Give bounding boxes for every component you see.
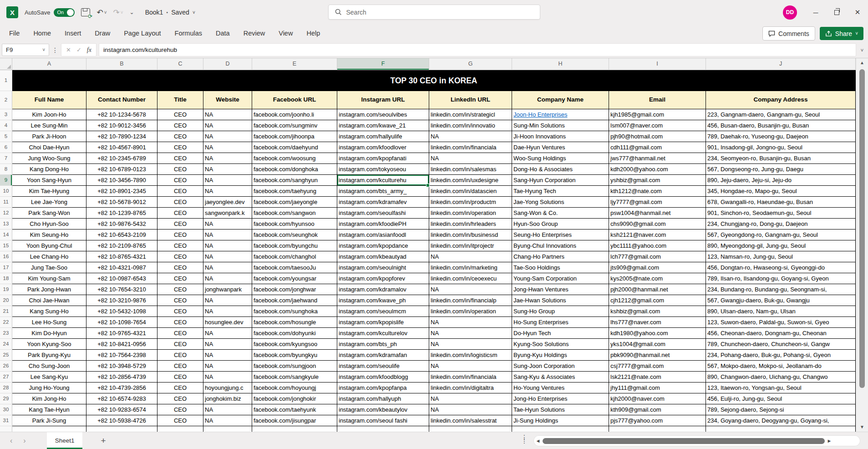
cell-C13[interactable]: CEO <box>157 219 203 230</box>
user-avatar[interactable]: DD <box>783 5 797 20</box>
share-button[interactable]: Share ˅ <box>820 27 863 40</box>
cell-G18[interactable]: linkedin.com/in/ceoexecu <box>429 273 512 284</box>
kebab-icon[interactable]: ⋮ <box>49 46 61 54</box>
cell-C24[interactable]: CEO <box>157 339 203 350</box>
cell-D9[interactable]: NA <box>203 175 252 186</box>
cell-C7[interactable]: CEO <box>157 153 203 164</box>
cell-B3[interactable]: +82 10-1234-5678 <box>86 109 157 120</box>
cell-title-A1[interactable]: TOP 30 CEO in KOREA <box>12 70 856 91</box>
row-header-4[interactable]: 4 <box>0 120 12 131</box>
cell-B27[interactable]: +82 10-2856-4739 <box>86 372 157 383</box>
cell-I10[interactable]: kth1212@nate.com <box>609 186 706 197</box>
cell-C31[interactable]: CEO <box>157 415 203 426</box>
cell-J30[interactable]: 789, Sejong-daero, Sejong-si <box>706 404 856 415</box>
cell-G31[interactable]: linkedin.com/in/salesstrat <box>429 415 512 426</box>
cell-D23[interactable]: NA <box>203 328 252 339</box>
chevron-down-icon[interactable]: ˅ <box>104 10 107 15</box>
cell-H23[interactable]: Do-Hyun Tech <box>512 328 609 339</box>
row-header-30[interactable]: 30 <box>0 404 12 415</box>
cell-E21[interactable]: facebook.com/sunghoka <box>252 306 337 317</box>
cell-A2[interactable]: Full Name <box>12 91 86 109</box>
minimize-button[interactable]: ─ <box>805 0 826 25</box>
cell-I14[interactable]: ksh2121@naver.com <box>609 230 706 240</box>
cell-B19[interactable]: +82 10-7654-3210 <box>86 284 157 295</box>
cell-B13[interactable]: +82 10-9876-5432 <box>86 219 157 230</box>
fill-handle[interactable] <box>426 184 430 187</box>
row-header-8[interactable]: 8 <box>0 164 12 175</box>
cell-H22[interactable]: Ho-Sung Enterprises <box>512 317 609 328</box>
cell-B31[interactable]: +82 10-5938-4726 <box>86 415 157 426</box>
cell-E29[interactable]: facebook.com/jonghokir <box>252 393 337 404</box>
cell-F2[interactable]: Instagram URL <box>337 91 429 109</box>
cell-F8[interactable]: instagram.com/tokyoseou <box>337 164 429 175</box>
cell-J26[interactable]: 567, Mokpo-daero, Mokpo-si, Jeollanam-do <box>706 361 856 372</box>
cell-E22[interactable]: facebook.com/hosungle <box>252 317 337 328</box>
cell-G9[interactable]: linkedin.com/in/uxdesigne <box>429 175 512 186</box>
row-header-6[interactable]: 6 <box>0 142 12 153</box>
cell-G12[interactable]: linkedin.com/in/operation <box>429 208 512 219</box>
cell-H18[interactable]: Young-Sam Corporation <box>512 273 609 284</box>
cell-G25[interactable]: linkedin.com/in/logisticsm <box>429 350 512 361</box>
cell-F29[interactable]: instagram.com/hallyuph <box>337 393 429 404</box>
cell-B8[interactable]: +82 10-6789-0123 <box>86 164 157 175</box>
cell-D31[interactable]: NA <box>203 415 252 426</box>
cell-E25[interactable]: facebook.com/byungkyu <box>252 350 337 361</box>
cell-D13[interactable]: NA <box>203 219 252 230</box>
cell-G14[interactable]: linkedin.com/in/businessd <box>429 230 512 240</box>
cell-B7[interactable]: +82 10-2345-6789 <box>86 153 157 164</box>
cell-B11[interactable]: +82 10-5678-9012 <box>86 197 157 208</box>
scroll-left-icon[interactable]: ◄ <box>533 438 543 444</box>
cell-E28[interactable]: facebook.com/hoyoungj <box>252 383 337 393</box>
cell-C16[interactable]: CEO <box>157 251 203 262</box>
close-button[interactable]: ✕ <box>847 0 868 25</box>
cell-E4[interactable]: facebook.com/sungminv <box>252 120 337 131</box>
cell-C5[interactable]: CEO <box>157 131 203 142</box>
cell-I3[interactable]: kjh1985@gmail.com <box>609 109 706 120</box>
cell-I17[interactable]: jts909@gmail.com <box>609 262 706 273</box>
cell-E32[interactable] <box>252 426 337 432</box>
cell-C6[interactable]: CEO <box>157 142 203 153</box>
cell-I27[interactable]: lsk2121@nate.com <box>609 372 706 383</box>
cell-D2[interactable]: Website <box>203 91 252 109</box>
cell-A8[interactable]: Kang Dong-Ho <box>12 164 86 175</box>
row-header-17[interactable]: 17 <box>0 262 12 273</box>
cell-J9[interactable]: 890, Jeju-daero, Jeju-si, Jeju-do <box>706 175 856 186</box>
cell-G28[interactable]: linkedin.com/in/digitaltra <box>429 383 512 393</box>
cell-J32[interactable] <box>706 426 856 432</box>
cell-H28[interactable]: Ho-Young Ventures <box>512 383 609 393</box>
cell-G26[interactable]: NA <box>429 361 512 372</box>
cell-B21[interactable]: +82 10-5432-1098 <box>86 306 157 317</box>
cell-D10[interactable]: NA <box>203 186 252 197</box>
cell-D22[interactable]: hosunglee.dev <box>203 317 252 328</box>
cell-D32[interactable] <box>203 426 252 432</box>
cell-D26[interactable]: NA <box>203 361 252 372</box>
cell-G8[interactable]: linkedin.com/in/salesmas <box>429 164 512 175</box>
cell-C23[interactable]: CEO <box>157 328 203 339</box>
cell-E19[interactable]: facebook.com/jonghwar <box>252 284 337 295</box>
insert-function-icon[interactable]: fx <box>87 46 91 54</box>
cell-H3[interactable]: Joon-Ho Enterprises <box>512 109 609 120</box>
cell-E15[interactable]: facebook.com/byungchu <box>252 240 337 251</box>
cell-E12[interactable]: facebook.com/sangwon <box>252 208 337 219</box>
cell-J31[interactable]: 234, Goyang-daero, Deogyang-gu, Goyang-s… <box>706 415 856 426</box>
cell-A28[interactable]: Jung Ho-Young <box>12 383 86 393</box>
cell-B24[interactable]: +82 10-8421-0956 <box>86 339 157 350</box>
row-header-21[interactable]: 21 <box>0 306 12 317</box>
cell-F21[interactable]: instagram.com/seoulmcm <box>337 306 429 317</box>
cell-A27[interactable]: Lee Sang-Kyu <box>12 372 86 383</box>
cell-J21[interactable]: 890, Ulsan-daero, Nam-gu, Ulsan <box>706 306 856 317</box>
next-sheet-icon[interactable]: › <box>23 437 25 445</box>
cell-F13[interactable]: instagram.com/kfoodiePH <box>337 219 429 230</box>
row-header-7[interactable]: 7 <box>0 153 12 164</box>
cell-A17[interactable]: Jung Tae-Soo <box>12 262 86 273</box>
cell-F15[interactable]: instagram.com/kpopdance <box>337 240 429 251</box>
cell-A30[interactable]: Kang Tae-Hyun <box>12 404 86 415</box>
cell-A22[interactable]: Lee Ho-Sung <box>12 317 86 328</box>
cell-I20[interactable]: cjh1212@gmail.com <box>609 295 706 306</box>
cell-A18[interactable]: Kim Young-Sam <box>12 273 86 284</box>
cell-I29[interactable]: kjh2000@naver.com <box>609 393 706 404</box>
cell-E24[interactable]: facebook.com/kyungsoo <box>252 339 337 350</box>
cell-A11[interactable]: Lee Jae-Yong <box>12 197 86 208</box>
cell-I25[interactable]: pbk9090@hanmail.net <box>609 350 706 361</box>
cell-H6[interactable]: Dae-Hyun Ventures <box>512 142 609 153</box>
